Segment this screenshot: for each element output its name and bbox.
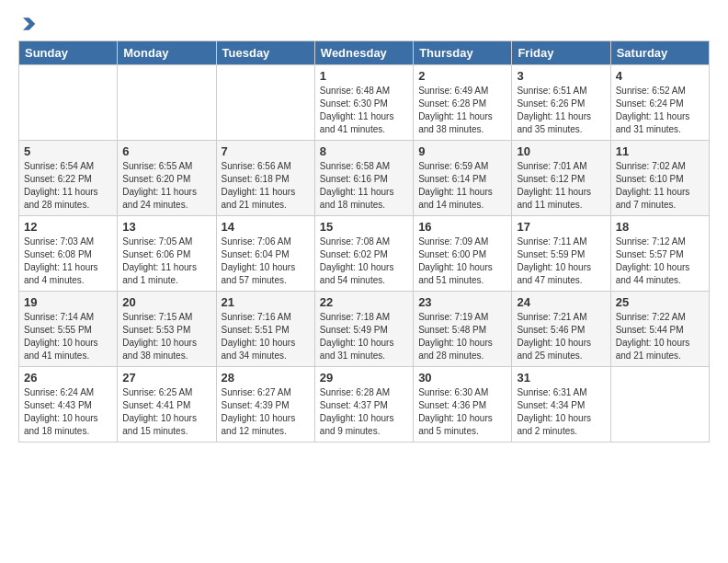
calendar-cell: 14Sunrise: 7:06 AM Sunset: 6:04 PM Dayli… xyxy=(216,216,314,292)
calendar-cell: 5Sunrise: 6:54 AM Sunset: 6:22 PM Daylig… xyxy=(19,141,118,216)
calendar-cell: 3Sunrise: 6:51 AM Sunset: 6:26 PM Daylig… xyxy=(512,65,610,141)
cell-date-number: 13 xyxy=(122,220,210,234)
cell-info-text: Sunrise: 7:02 AM Sunset: 6:10 PM Dayligh… xyxy=(616,160,704,212)
cell-date-number: 17 xyxy=(517,220,605,234)
cell-info-text: Sunrise: 7:08 AM Sunset: 6:02 PM Dayligh… xyxy=(320,236,408,287)
cell-date-number: 18 xyxy=(616,220,704,234)
cell-info-text: Sunrise: 7:19 AM Sunset: 5:48 PM Dayligh… xyxy=(418,311,506,362)
calendar-cell: 1Sunrise: 6:48 AM Sunset: 6:30 PM Daylig… xyxy=(314,65,413,141)
cell-info-text: Sunrise: 7:16 AM Sunset: 5:51 PM Dayligh… xyxy=(222,311,310,362)
cell-date-number: 19 xyxy=(24,295,112,309)
calendar-cell: 29Sunrise: 6:28 AM Sunset: 4:37 PM Dayli… xyxy=(314,367,413,442)
cell-info-text: Sunrise: 6:24 AM Sunset: 4:43 PM Dayligh… xyxy=(24,386,112,438)
cell-info-text: Sunrise: 7:21 AM Sunset: 5:46 PM Dayligh… xyxy=(517,311,605,362)
calendar-day-header: Wednesday xyxy=(314,41,413,65)
cell-info-text: Sunrise: 6:31 AM Sunset: 4:34 PM Dayligh… xyxy=(517,386,605,438)
cell-date-number: 20 xyxy=(122,295,210,309)
cell-date-number: 24 xyxy=(517,295,605,309)
calendar-cell xyxy=(610,367,709,442)
cell-date-number: 14 xyxy=(222,220,310,234)
cell-date-number: 15 xyxy=(320,220,408,234)
cell-info-text: Sunrise: 6:25 AM Sunset: 4:41 PM Dayligh… xyxy=(122,386,210,438)
cell-info-text: Sunrise: 6:51 AM Sunset: 6:26 PM Dayligh… xyxy=(517,85,605,136)
cell-info-text: Sunrise: 6:52 AM Sunset: 6:24 PM Dayligh… xyxy=(616,85,704,136)
calendar-week-row: 19Sunrise: 7:14 AM Sunset: 5:55 PM Dayli… xyxy=(19,292,710,367)
cell-info-text: Sunrise: 7:11 AM Sunset: 5:59 PM Dayligh… xyxy=(517,236,605,287)
calendar-week-row: 1Sunrise: 6:48 AM Sunset: 6:30 PM Daylig… xyxy=(19,65,710,141)
cell-date-number: 29 xyxy=(320,371,408,385)
calendar-day-header: Sunday xyxy=(19,41,118,65)
page-header xyxy=(18,15,710,33)
cell-info-text: Sunrise: 7:18 AM Sunset: 5:49 PM Dayligh… xyxy=(320,311,408,362)
calendar-day-header: Saturday xyxy=(610,41,709,65)
cell-date-number: 27 xyxy=(122,371,210,385)
calendar-cell: 7Sunrise: 6:56 AM Sunset: 6:18 PM Daylig… xyxy=(216,141,314,216)
calendar-cell: 20Sunrise: 7:15 AM Sunset: 5:53 PM Dayli… xyxy=(118,292,216,367)
cell-date-number: 28 xyxy=(222,371,310,385)
calendar-cell: 31Sunrise: 6:31 AM Sunset: 4:34 PM Dayli… xyxy=(512,367,610,442)
cell-date-number: 3 xyxy=(517,69,605,83)
cell-date-number: 6 xyxy=(122,144,210,158)
cell-info-text: Sunrise: 7:15 AM Sunset: 5:53 PM Dayligh… xyxy=(122,311,210,362)
calendar-cell xyxy=(118,65,216,141)
cell-date-number: 4 xyxy=(616,69,704,83)
cell-date-number: 7 xyxy=(222,144,310,158)
calendar-cell: 13Sunrise: 7:05 AM Sunset: 6:06 PM Dayli… xyxy=(118,216,216,292)
cell-info-text: Sunrise: 7:09 AM Sunset: 6:00 PM Dayligh… xyxy=(418,236,506,287)
cell-info-text: Sunrise: 7:14 AM Sunset: 5:55 PM Dayligh… xyxy=(24,311,112,362)
calendar-cell: 27Sunrise: 6:25 AM Sunset: 4:41 PM Dayli… xyxy=(118,367,216,442)
calendar-cell: 26Sunrise: 6:24 AM Sunset: 4:43 PM Dayli… xyxy=(19,367,118,442)
cell-info-text: Sunrise: 6:49 AM Sunset: 6:28 PM Dayligh… xyxy=(418,85,506,136)
cell-date-number: 1 xyxy=(320,69,408,83)
cell-info-text: Sunrise: 6:58 AM Sunset: 6:16 PM Dayligh… xyxy=(320,160,408,212)
cell-date-number: 21 xyxy=(222,295,310,309)
calendar-week-row: 5Sunrise: 6:54 AM Sunset: 6:22 PM Daylig… xyxy=(19,141,710,216)
calendar-cell: 8Sunrise: 6:58 AM Sunset: 6:16 PM Daylig… xyxy=(314,141,413,216)
calendar-day-header: Thursday xyxy=(414,41,512,65)
calendar-cell: 6Sunrise: 6:55 AM Sunset: 6:20 PM Daylig… xyxy=(118,141,216,216)
calendar-week-row: 12Sunrise: 7:03 AM Sunset: 6:08 PM Dayli… xyxy=(19,216,710,292)
calendar-table: SundayMondayTuesdayWednesdayThursdayFrid… xyxy=(18,40,710,442)
calendar-cell: 16Sunrise: 7:09 AM Sunset: 6:00 PM Dayli… xyxy=(414,216,512,292)
calendar-cell: 28Sunrise: 6:27 AM Sunset: 4:39 PM Dayli… xyxy=(216,367,314,442)
cell-info-text: Sunrise: 7:06 AM Sunset: 6:04 PM Dayligh… xyxy=(222,236,310,287)
calendar-cell: 12Sunrise: 7:03 AM Sunset: 6:08 PM Dayli… xyxy=(19,216,118,292)
calendar-cell: 21Sunrise: 7:16 AM Sunset: 5:51 PM Dayli… xyxy=(216,292,314,367)
cell-info-text: Sunrise: 7:22 AM Sunset: 5:44 PM Dayligh… xyxy=(616,311,704,362)
calendar-day-header: Tuesday xyxy=(216,41,314,65)
cell-date-number: 9 xyxy=(418,144,506,158)
calendar-cell: 9Sunrise: 6:59 AM Sunset: 6:14 PM Daylig… xyxy=(414,141,512,216)
calendar-day-header: Friday xyxy=(512,41,610,65)
cell-info-text: Sunrise: 6:59 AM Sunset: 6:14 PM Dayligh… xyxy=(418,160,506,212)
calendar-cell: 23Sunrise: 7:19 AM Sunset: 5:48 PM Dayli… xyxy=(414,292,512,367)
logo xyxy=(18,15,40,33)
cell-date-number: 23 xyxy=(418,295,506,309)
calendar-cell: 19Sunrise: 7:14 AM Sunset: 5:55 PM Dayli… xyxy=(19,292,118,367)
cell-info-text: Sunrise: 6:28 AM Sunset: 4:37 PM Dayligh… xyxy=(320,386,408,438)
cell-info-text: Sunrise: 6:27 AM Sunset: 4:39 PM Dayligh… xyxy=(222,386,310,438)
cell-info-text: Sunrise: 7:12 AM Sunset: 5:57 PM Dayligh… xyxy=(616,236,704,287)
cell-date-number: 2 xyxy=(418,69,506,83)
cell-date-number: 25 xyxy=(616,295,704,309)
cell-info-text: Sunrise: 6:55 AM Sunset: 6:20 PM Dayligh… xyxy=(122,160,210,212)
cell-date-number: 5 xyxy=(24,144,112,158)
cell-info-text: Sunrise: 7:01 AM Sunset: 6:12 PM Dayligh… xyxy=(517,160,605,212)
calendar-cell: 17Sunrise: 7:11 AM Sunset: 5:59 PM Dayli… xyxy=(512,216,610,292)
svg-marker-0 xyxy=(23,17,35,29)
logo-icon xyxy=(18,15,37,33)
calendar-header-row: SundayMondayTuesdayWednesdayThursdayFrid… xyxy=(19,41,710,65)
calendar-cell xyxy=(19,65,118,141)
calendar-cell: 30Sunrise: 6:30 AM Sunset: 4:36 PM Dayli… xyxy=(414,367,512,442)
calendar-cell: 24Sunrise: 7:21 AM Sunset: 5:46 PM Dayli… xyxy=(512,292,610,367)
cell-info-text: Sunrise: 6:30 AM Sunset: 4:36 PM Dayligh… xyxy=(418,386,506,438)
calendar-cell: 2Sunrise: 6:49 AM Sunset: 6:28 PM Daylig… xyxy=(414,65,512,141)
calendar-cell: 22Sunrise: 7:18 AM Sunset: 5:49 PM Dayli… xyxy=(314,292,413,367)
cell-info-text: Sunrise: 7:05 AM Sunset: 6:06 PM Dayligh… xyxy=(122,236,210,287)
cell-date-number: 16 xyxy=(418,220,506,234)
calendar-cell: 18Sunrise: 7:12 AM Sunset: 5:57 PM Dayli… xyxy=(610,216,709,292)
cell-date-number: 11 xyxy=(616,144,704,158)
calendar-cell: 15Sunrise: 7:08 AM Sunset: 6:02 PM Dayli… xyxy=(314,216,413,292)
calendar-week-row: 26Sunrise: 6:24 AM Sunset: 4:43 PM Dayli… xyxy=(19,367,710,442)
cell-date-number: 31 xyxy=(517,371,605,385)
cell-date-number: 8 xyxy=(320,144,408,158)
